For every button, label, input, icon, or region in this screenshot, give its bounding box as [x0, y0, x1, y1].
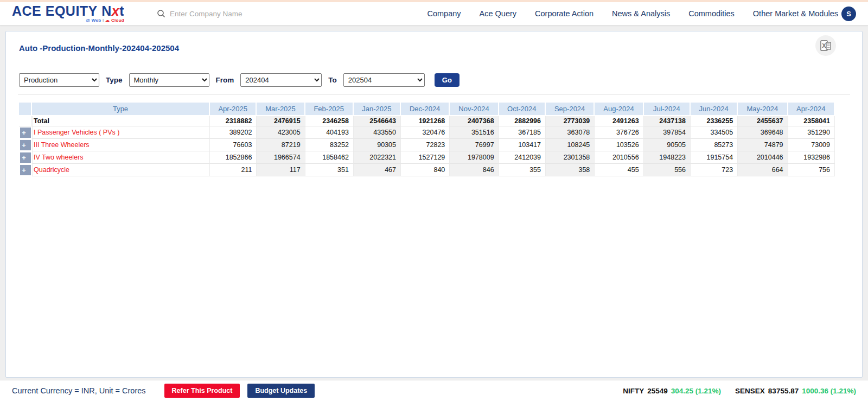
company-search [157, 9, 320, 18]
value-cell: 103417 [499, 139, 546, 151]
value-cell: 723 [691, 164, 738, 176]
from-select[interactable]: 202404 [240, 73, 322, 87]
value-cell: 423005 [257, 126, 305, 139]
from-label: From [216, 76, 234, 84]
expand-row-button[interactable]: + [19, 139, 32, 151]
page-title: Auto -Production-Monthly-202404-202504 [19, 43, 849, 53]
search-input[interactable] [170, 10, 300, 18]
nav-item-other-market-modules[interactable]: Other Market & Modules [753, 9, 838, 18]
row-label[interactable]: I Passenger Vehicles ( PVs ) [32, 126, 210, 139]
nifty-ticker: NIFTY 25549 304.25 (1.21%) [623, 387, 721, 395]
value-cell: 397854 [644, 126, 691, 139]
month-column-header: Apr-2025 [210, 103, 257, 116]
value-cell: 358 [546, 164, 595, 176]
value-cell: 363078 [546, 126, 595, 139]
expand-row-button[interactable]: + [19, 126, 32, 139]
value-cell: 2407368 [450, 116, 499, 126]
value-cell: 1948223 [644, 151, 691, 164]
refer-product-button[interactable]: Refer This Product [164, 384, 240, 398]
nav-item-news-analysis[interactable]: News & Analysis [612, 9, 670, 18]
go-button[interactable]: Go [435, 73, 459, 87]
app-logo[interactable]: ACE EQUITY Nxt @ Web I ☁ Cloud [12, 4, 124, 23]
value-cell: 367185 [499, 126, 546, 139]
dataset-select[interactable]: Production [19, 73, 99, 87]
value-cell: 76603 [210, 139, 257, 151]
budget-updates-button[interactable]: Budget Updates [247, 384, 315, 398]
filter-bar: Production Type Monthly From 202404 To 2… [19, 73, 849, 87]
value-cell: 103526 [595, 139, 643, 151]
nifty-change: 304.25 (1.21%) [671, 387, 721, 395]
value-cell: 433550 [354, 126, 401, 139]
excel-icon: X [820, 40, 832, 52]
value-cell: 2412039 [499, 151, 546, 164]
value-cell: 2318882 [210, 116, 257, 126]
table-row: Total23188822476915234625825466431921268… [19, 116, 835, 126]
value-cell: 2773039 [546, 116, 595, 126]
navbar: ACE EQUITY Nxt @ Web I ☁ Cloud CompanyAc… [0, 2, 868, 26]
table-row: +Quadricycle2111173514678408463553584555… [19, 164, 835, 176]
value-cell: 2358041 [788, 116, 835, 126]
value-cell: 756 [788, 164, 835, 176]
nav-item-commodities[interactable]: Commodities [688, 9, 735, 18]
table-row: +III Three Wheelers766038721983252903057… [19, 139, 835, 151]
value-cell: 389202 [210, 126, 257, 139]
export-excel-button[interactable]: X [815, 35, 836, 56]
value-cell: 355 [499, 164, 546, 176]
value-cell: 83252 [305, 139, 354, 151]
nav-item-corporate-action[interactable]: Corporate Action [535, 9, 593, 18]
value-cell: 320476 [401, 126, 450, 139]
nifty-label: NIFTY [623, 387, 644, 395]
value-cell: 90305 [354, 139, 401, 151]
logo-subtext: @ Web I ☁ Cloud [86, 18, 124, 23]
nav-menu: CompanyAce QueryCorporate ActionNews & A… [427, 9, 838, 18]
to-label: To [328, 76, 337, 84]
value-cell: 211 [210, 164, 257, 176]
value-cell: 90505 [644, 139, 691, 151]
main-panel: Auto -Production-Monthly-202404-202504 X… [5, 31, 863, 378]
value-cell: 76997 [450, 139, 499, 151]
value-cell: 351516 [450, 126, 499, 139]
user-avatar[interactable]: S [841, 7, 856, 21]
value-cell: 455 [595, 164, 643, 176]
production-table-wrap: Type Apr-2025Mar-2025Feb-2025Jan-2025Dec… [19, 103, 835, 176]
value-cell: 1852866 [210, 151, 257, 164]
footer-bar: Current Currency = INR, Unit = Crores Re… [0, 380, 868, 401]
web-icon: @ [86, 18, 90, 23]
expand-cell-empty [19, 116, 32, 126]
value-cell: 1858462 [305, 151, 354, 164]
value-cell: 664 [738, 164, 788, 176]
type-select[interactable]: Monthly [129, 73, 209, 87]
nav-item-company[interactable]: Company [427, 9, 461, 18]
month-column-header: Jan-2025 [354, 103, 401, 116]
value-cell: 369648 [738, 126, 788, 139]
sensex-ticker: SENSEX 83755.87 1000.36 (1.21%) [735, 387, 856, 395]
value-cell: 1527129 [401, 151, 450, 164]
row-label[interactable]: III Three Wheelers [32, 139, 210, 151]
to-select[interactable]: 202504 [343, 73, 425, 87]
month-column-header: Dec-2024 [401, 103, 450, 116]
sensex-change: 1000.36 (1.21%) [802, 387, 856, 395]
month-column-header: Feb-2025 [305, 103, 354, 116]
value-cell: 376726 [595, 126, 643, 139]
value-cell: 2301358 [546, 151, 595, 164]
row-label[interactable]: Quadricycle [32, 164, 210, 176]
value-cell: 117 [257, 164, 305, 176]
value-cell: 72823 [401, 139, 450, 151]
month-column-header: Jul-2024 [644, 103, 691, 116]
sensex-value: 83755.87 [768, 387, 799, 395]
row-label[interactable]: IV Two wheelers [32, 151, 210, 164]
value-cell: 1915754 [691, 151, 738, 164]
value-cell: 2336255 [691, 116, 738, 126]
market-indices: NIFTY 25549 304.25 (1.21%) SENSEX 83755.… [623, 387, 856, 395]
value-cell: 2476915 [257, 116, 305, 126]
value-cell: 2455637 [738, 116, 788, 126]
value-cell: 2437138 [644, 116, 691, 126]
table-row: +I Passenger Vehicles ( PVs )38920242300… [19, 126, 835, 139]
expand-row-button[interactable]: + [19, 151, 32, 164]
nav-item-ace-query[interactable]: Ace Query [480, 9, 517, 18]
expand-row-button[interactable]: + [19, 164, 32, 176]
expand-column-header [19, 103, 32, 116]
logo-text: ACE EQUITY Nxt [12, 4, 124, 18]
month-column-header: Apr-2024 [788, 103, 835, 116]
nifty-value: 25549 [647, 387, 668, 395]
